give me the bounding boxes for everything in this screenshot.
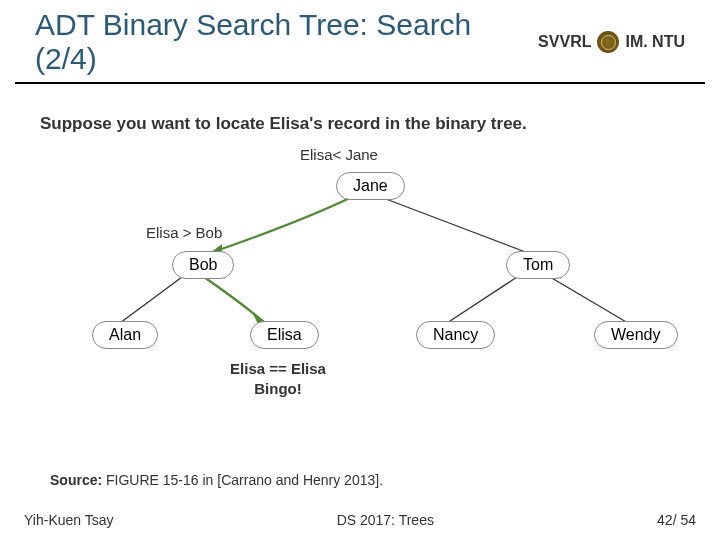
node-root: Jane [336,172,405,200]
node-lr: Elisa [250,321,319,349]
comparison-2: Elisa > Bob [146,224,222,241]
found-line1: Elisa == Elisa [230,360,326,377]
ntu-logo-icon [597,31,619,53]
footer-author: Yih-Kuen Tsay [24,512,114,528]
slide-title: ADT Binary Search Tree: Search (2/4) [35,8,538,82]
lab-name: SVVRL [538,33,591,51]
source-text: FIGURE 15-16 in [Carrano and Henry 2013]… [102,472,383,488]
node-ll: Alan [92,321,158,349]
found-annotation: Elisa == Elisa Bingo! [208,359,348,398]
footer-page: 42/ 54 [657,512,696,528]
slide-footer: Yih-Kuen Tsay DS 2017: Trees 42/ 54 [0,512,720,528]
found-line2: Bingo! [254,380,301,397]
svg-line-3 [120,277,182,323]
org-name: IM. NTU [625,33,685,51]
comparison-1: Elisa< Jane [300,146,378,163]
footer-course: DS 2017: Trees [114,512,658,528]
node-rr: Wendy [594,321,678,349]
header-branding: SVVRL IM. NTU [538,31,685,59]
tree-diagram: Elisa< Jane Jane Elisa > Bob Bob Tom Ala… [0,134,720,434]
node-right: Tom [506,251,570,279]
body-text: Suppose you want to locate Elisa's recor… [0,84,720,134]
slide-header: ADT Binary Search Tree: Search (2/4) SVV… [15,0,705,84]
node-left: Bob [172,251,234,279]
svg-line-1 [447,277,517,323]
source-citation: Source: FIGURE 15-16 in [Carrano and Hen… [50,472,383,488]
source-label: Source: [50,472,102,488]
svg-line-0 [378,196,528,253]
node-rl: Nancy [416,321,495,349]
svg-line-2 [550,277,628,323]
